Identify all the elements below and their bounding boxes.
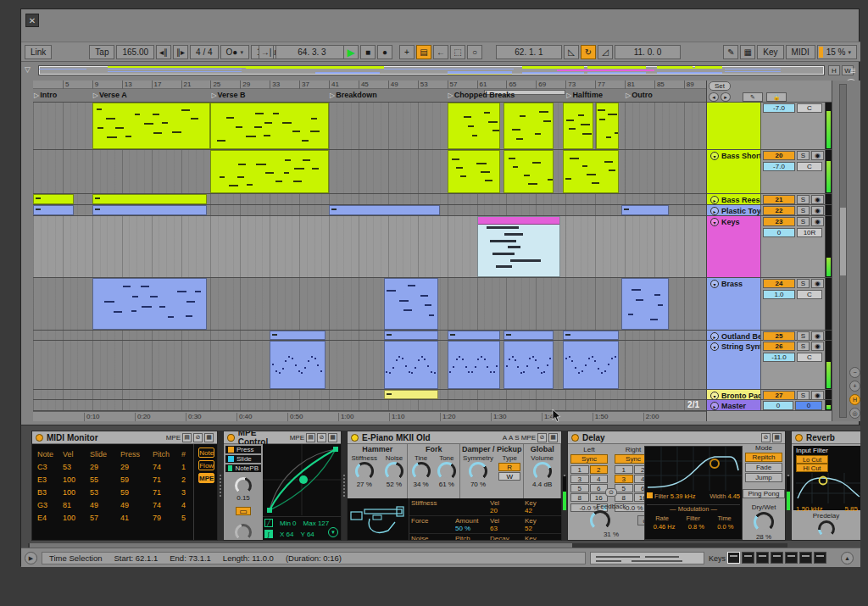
next-locator-button[interactable]: ▸ <box>721 92 731 102</box>
unfold-track-icon[interactable]: ▾ <box>710 280 719 288</box>
track-color-area[interactable]: ▸Outland Bells <box>707 331 760 340</box>
x-field[interactable]: X 64 <box>280 531 293 538</box>
track-lane-brass[interactable] <box>33 278 706 331</box>
track-pan-field[interactable]: C <box>797 162 822 171</box>
bar-number[interactable]: 61 <box>477 81 487 89</box>
set-locator-button[interactable]: Set <box>709 81 731 91</box>
filter-on-checkbox[interactable] <box>647 492 653 498</box>
master-volume-field[interactable]: 0 <box>763 401 793 410</box>
midi-clip[interactable] <box>33 205 74 215</box>
locator-breakdown[interactable]: ▷Breakdown <box>330 91 377 99</box>
punch-out-button[interactable]: ◿ <box>598 45 613 59</box>
bar-number[interactable]: 13 <box>122 81 132 89</box>
bar-number[interactable]: 77 <box>595 81 605 89</box>
mod-filter-value[interactable]: 0.8 % <box>688 523 704 531</box>
locator-verse-b[interactable]: ▷Verse B <box>211 91 245 99</box>
midi-monitor-title-bar[interactable]: MIDI Monitor MPE ▤⊘▦ <box>32 431 217 444</box>
fold-icon[interactable]: ▤ <box>182 433 192 442</box>
key-map-button[interactable]: Key <box>757 45 783 59</box>
delay-filter-display[interactable]: Filter 5.39 kHzWidth 4.45 — Modulation —… <box>644 446 743 540</box>
midi-clip[interactable] <box>621 278 670 330</box>
track-pan-field[interactable]: C <box>797 353 822 362</box>
track-volume-field[interactable]: 0 <box>763 228 795 237</box>
curve-mode-icon[interactable]: ∫ <box>264 530 273 538</box>
mpe-control-title-bar[interactable]: MPE Control MPE ▤⊘▦ <box>224 431 341 444</box>
device-on-led[interactable] <box>571 434 579 442</box>
unfold-track-icon[interactable]: ▾ <box>710 218 719 226</box>
midi-clip[interactable] <box>210 150 329 193</box>
midi-clip[interactable] <box>448 341 501 389</box>
track-number[interactable]: 21 <box>763 195 795 204</box>
arm-button[interactable]: ◉ <box>811 331 824 341</box>
midi-clip[interactable] <box>92 205 207 215</box>
param-cell[interactable]: Vel20 <box>490 499 525 514</box>
track-lane-bronto-pad[interactable] <box>33 390 706 400</box>
midi-clip[interactable] <box>448 331 501 340</box>
track-color-area[interactable]: ▸Master <box>707 400 760 410</box>
division-1[interactable]: 1 <box>570 465 589 474</box>
highlight-mode-button[interactable]: ○ <box>467 45 482 59</box>
solo-button[interactable]: S <box>797 217 810 226</box>
track-color-area[interactable] <box>707 103 760 149</box>
track-lane-outland-bells[interactable] <box>33 331 706 341</box>
param-cell[interactable]: Decay38 % <box>490 535 525 541</box>
knob-stiffness[interactable]: Stiffness27 % <box>351 454 377 488</box>
mode-button-mpe[interactable]: MPE <box>198 473 214 483</box>
bar-number[interactable]: 33 <box>270 81 280 89</box>
unfold-track-icon[interactable]: ▾ <box>710 392 719 399</box>
tag-a2[interactable]: A <box>509 434 513 442</box>
midi-clip[interactable] <box>92 194 207 204</box>
reverb-filter-svg[interactable] <box>796 473 860 503</box>
mode-fade[interactable]: Fade <box>745 463 782 472</box>
locator-halftime[interactable]: ▷Halftime <box>566 91 603 99</box>
knob-volume[interactable]: Volume4.4 dB <box>531 454 554 488</box>
mode-button-flow[interactable]: Flow <box>198 460 214 470</box>
track-lane-plastic-toy[interactable] <box>33 205 706 216</box>
loop-start-field[interactable]: 62. 1. 1 <box>496 45 562 59</box>
solo-button[interactable]: S <box>797 342 810 351</box>
bar-number[interactable]: 65 <box>506 81 516 89</box>
track-number[interactable]: 22 <box>763 206 795 215</box>
locator-verse-a[interactable]: ▷Verse A <box>93 91 127 99</box>
midi-clip[interactable] <box>384 278 439 330</box>
midi-clip[interactable] <box>504 341 554 389</box>
mode-jump[interactable]: Jump <box>745 473 782 482</box>
fold-curve-button[interactable]: ▼ <box>328 527 338 537</box>
track-lane-keys[interactable] <box>33 216 706 278</box>
time-ruler[interactable]: 2/10:100:200:300:400:501:001:101:201:301… <box>33 411 706 421</box>
locator-scrub-area[interactable]: ▷Intro▷Verse A▷Verse B▷Breakdown▷Chopped… <box>33 89 706 103</box>
time-signature-field[interactable]: 4 / 4 <box>190 45 218 59</box>
track-number[interactable]: 26 <box>763 342 795 351</box>
bar-number[interactable]: 17 <box>152 81 162 89</box>
midi-clip[interactable] <box>504 103 554 149</box>
draw-mode-button[interactable]: ⬚ <box>450 45 465 59</box>
track-lane-bass-short[interactable] <box>33 150 706 194</box>
nudge-up-button[interactable]: ∥▸ <box>173 45 188 59</box>
device-on-led[interactable] <box>795 434 803 442</box>
hot-swap-icon[interactable]: ⊘ <box>317 433 326 442</box>
loop-length-field[interactable]: 11. 0. 0 <box>615 45 681 59</box>
midi-clip[interactable] <box>384 331 439 340</box>
track-header-brass[interactable]: ▾Brass24S◉1.0C <box>707 278 832 331</box>
knob-tone[interactable]: Tone61 % <box>437 454 456 488</box>
midi-clip[interactable] <box>270 341 325 389</box>
chain-device-icon[interactable] <box>742 552 754 564</box>
arrangement-position-field[interactable]: 64. 3. 3 <box>275 45 348 59</box>
time-signature-marker[interactable]: 2/1 <box>687 400 699 409</box>
stop-button[interactable]: ■ <box>360 45 376 59</box>
device-on-led[interactable] <box>36 434 43 442</box>
arm-button[interactable]: ◉ <box>811 151 824 160</box>
rate-value[interactable]: 0.46 Hz <box>654 523 676 531</box>
param-cell[interactable]: Key52 <box>525 517 559 532</box>
hot-swap-icon[interactable]: ⊘ <box>761 433 771 442</box>
arm-button[interactable]: ◉ <box>811 342 824 351</box>
cpu-meter[interactable]: 15 %▾ <box>817 45 857 59</box>
tab-notepb[interactable]: NotePB <box>225 464 261 472</box>
follow-scroll-button[interactable]: ◎ <box>849 408 860 419</box>
draw-pencil-button[interactable]: ✎ <box>723 45 738 59</box>
unfold-track-icon[interactable]: ▾ <box>710 152 719 160</box>
division-1[interactable]: 1 <box>615 465 633 474</box>
sensitivity-knob[interactable]: 0.15 <box>235 477 252 502</box>
predelay-knob[interactable] <box>818 520 835 537</box>
division-8[interactable]: 8 <box>615 493 633 502</box>
